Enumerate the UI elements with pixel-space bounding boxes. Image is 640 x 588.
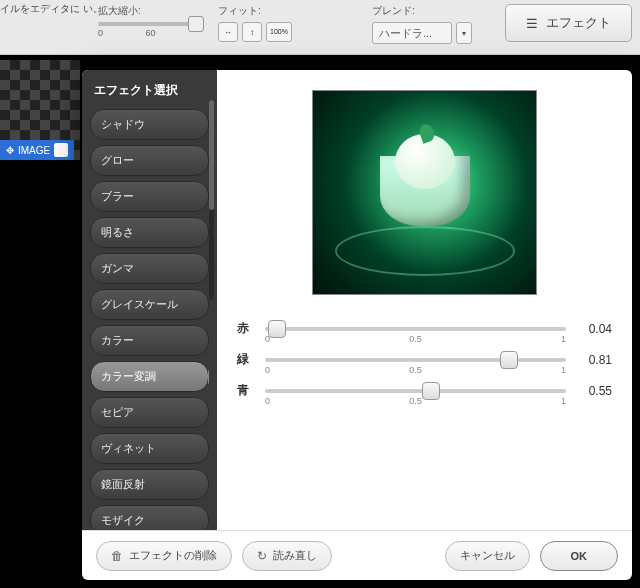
effect-main: 赤00.510.04緑00.510.81青00.510.55 bbox=[217, 70, 632, 530]
slider-row-2: 青00.510.55 bbox=[237, 382, 612, 399]
fit-label: フィット: bbox=[218, 4, 292, 18]
sidebar-item-10[interactable]: 鏡面反射 bbox=[90, 469, 209, 500]
sidebar-item-7[interactable]: カラー変調 bbox=[90, 361, 209, 392]
reset-label: 読み直し bbox=[273, 548, 317, 563]
sidebar-scrollbar[interactable] bbox=[209, 100, 214, 300]
zoom-label: 拡大縮小: bbox=[98, 4, 198, 18]
blend-dropdown-button[interactable]: ▾ bbox=[456, 22, 472, 44]
delete-effect-button[interactable]: 🗑 エフェクトの削除 bbox=[96, 541, 232, 571]
reload-icon: ↻ bbox=[257, 549, 267, 563]
dialog-footer: 🗑 エフェクトの削除 ↻ 読み直し キャンセル OK bbox=[82, 530, 632, 580]
slider-name: 赤 bbox=[237, 320, 255, 337]
fit-vertical-button[interactable]: ↕ bbox=[242, 22, 262, 42]
reset-button[interactable]: ↻ 読み直し bbox=[242, 541, 332, 571]
sidebar-item-6[interactable]: カラー bbox=[90, 325, 209, 356]
truncated-help-text: イルをエディタに い。 bbox=[0, 2, 103, 16]
zoom-tick-min: 0 bbox=[98, 28, 103, 38]
blend-label: ブレンド: bbox=[372, 4, 472, 18]
slider-name: 青 bbox=[237, 382, 255, 399]
zoom-thumb[interactable] bbox=[188, 16, 204, 32]
image-layer-chip[interactable]: ✥ IMAGE bbox=[0, 140, 74, 160]
blend-select[interactable]: ハードラ... bbox=[372, 22, 452, 44]
delete-effect-label: エフェクトの削除 bbox=[129, 548, 217, 563]
effect-button[interactable]: ☰ エフェクト bbox=[505, 4, 632, 42]
effect-sidebar: エフェクト選択 シャドウグローブラー明るさガンマグレイスケールカラーカラー変調セ… bbox=[82, 70, 217, 530]
zoom-slider[interactable]: 0 60 bbox=[98, 22, 198, 38]
sidebar-scroll-thumb[interactable] bbox=[209, 100, 214, 210]
sliders-icon: ☰ bbox=[526, 16, 538, 31]
sidebar-item-5[interactable]: グレイスケール bbox=[90, 289, 209, 320]
move-icon: ✥ bbox=[6, 145, 14, 156]
slider-track[interactable]: 00.51 bbox=[265, 389, 566, 393]
slider-track[interactable]: 00.51 bbox=[265, 358, 566, 362]
slider-value: 0.04 bbox=[576, 322, 612, 336]
slider-row-1: 緑00.510.81 bbox=[237, 351, 612, 368]
sidebar-item-9[interactable]: ヴィネット bbox=[90, 433, 209, 464]
sidebar-item-1[interactable]: グロー bbox=[90, 145, 209, 176]
ok-button[interactable]: OK bbox=[540, 541, 619, 571]
sidebar-item-4[interactable]: ガンマ bbox=[90, 253, 209, 284]
slider-row-0: 赤00.510.04 bbox=[237, 320, 612, 337]
slider-name: 緑 bbox=[237, 351, 255, 368]
fit-horizontal-button[interactable]: ↔ bbox=[218, 22, 238, 42]
effect-dialog: エフェクト選択 シャドウグローブラー明るさガンマグレイスケールカラーカラー変調セ… bbox=[82, 70, 632, 580]
slider-track[interactable]: 00.51 bbox=[265, 327, 566, 331]
sidebar-item-0[interactable]: シャドウ bbox=[90, 109, 209, 140]
trash-icon: 🗑 bbox=[111, 549, 123, 563]
sidebar-item-3[interactable]: 明るさ bbox=[90, 217, 209, 248]
sidebar-item-11[interactable]: モザイク bbox=[90, 505, 209, 529]
image-chip-label: IMAGE bbox=[18, 145, 50, 156]
slider-value: 0.81 bbox=[576, 353, 612, 367]
fit-100-button[interactable]: 100% bbox=[266, 22, 292, 42]
effect-button-label: エフェクト bbox=[546, 14, 611, 32]
edit-icon[interactable] bbox=[54, 143, 68, 157]
slider-value: 0.55 bbox=[576, 384, 612, 398]
cancel-button[interactable]: キャンセル bbox=[445, 541, 530, 571]
effect-preview bbox=[312, 90, 537, 295]
sidebar-title: エフェクト選択 bbox=[90, 82, 209, 99]
zoom-tick-mid: 60 bbox=[146, 28, 156, 38]
sidebar-item-2[interactable]: ブラー bbox=[90, 181, 209, 212]
sidebar-item-8[interactable]: セピア bbox=[90, 397, 209, 428]
